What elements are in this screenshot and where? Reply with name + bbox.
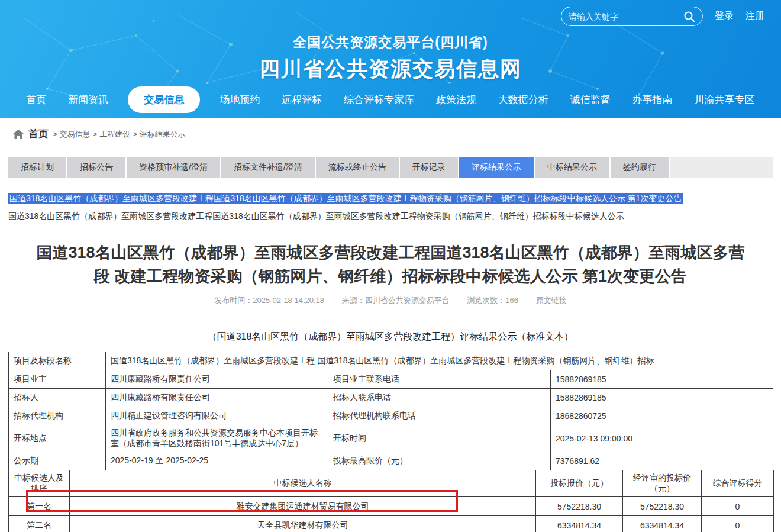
row-value: 四川康藏路桥有限责任公司 xyxy=(106,389,328,407)
row-label: 招标人 xyxy=(9,389,106,407)
nav-item-expert-database[interactable]: 综合评标专家库 xyxy=(341,87,417,112)
row-label: 招标代理机构 xyxy=(9,407,106,425)
candidate-score: 0 xyxy=(702,516,774,532)
candidate-evaluated-price: 5752218.30 xyxy=(623,497,702,516)
page-title: 国道318名山区黑竹（成都界）至雨城区多营段改建工程国道318名山区黑竹（成都界… xyxy=(33,241,748,288)
list-item-selected[interactable]: 国道318名山区黑竹（成都界）至雨城区多营段改建工程国道318名山区黑竹（成都界… xyxy=(8,192,773,205)
publish-time: 发布时间：2025-02-18 14:20:18 xyxy=(214,296,324,305)
list-item-selected-text[interactable]: 国道318名山区黑竹（成都界）至雨城区多营段改建工程国道318名山区黑竹（成都界… xyxy=(8,193,683,204)
row-label: 投标最高限价（元） xyxy=(328,452,551,470)
nav-item-service-guide[interactable]: 办事指南 xyxy=(630,87,675,112)
table-row: 招标人 四川康藏路桥有限责任公司 招标人联系电话 15882869185 xyxy=(9,389,773,407)
candidate-bid-price: 6334814.34 xyxy=(536,516,623,532)
candidate-name: 天全县凯华建材有限公司 xyxy=(70,516,536,532)
category-tab-strip: 招标计划 招标公告 资格预审补遗/澄清 招标文件补遗/澄清 流标或终止公告 开标… xyxy=(8,157,773,178)
row-value: 2025-02-13 09:00:00 xyxy=(551,425,773,452)
row-value: 国道318名山区黑竹（成都界）至雨城区多营段改建工程 国道318名山区黑竹（成都… xyxy=(106,352,773,370)
row-label: 项目业主 xyxy=(9,370,106,389)
search-input[interactable] xyxy=(569,12,683,21)
tab-bid-opening-record[interactable]: 开标记录 xyxy=(400,157,458,178)
tab-bid-plan[interactable]: 招标计划 xyxy=(8,157,66,178)
row-value: 7376891.62 xyxy=(551,452,773,470)
row-value: 四川康藏路桥有限责任公司 xyxy=(106,370,328,389)
column-header-candidate-name: 中标候选人名称 xyxy=(70,470,536,497)
source: 来源：四川省公共资源交易平台 xyxy=(342,296,450,305)
table-row: 项目及标段名称 国道318名山区黑竹（成都界）至雨城区多营段改建工程 国道318… xyxy=(9,352,773,370)
project-info-table-wrap: 项目及标段名称 国道318名山区黑竹（成都界）至雨城区多营段改建工程 国道318… xyxy=(8,352,773,470)
candidate-score: 0 xyxy=(702,497,774,516)
article-meta: 发布时间：2025-02-18 14:20:18 来源：四川省公共资源交易平台 … xyxy=(0,295,781,306)
platform-title: 全国公共资源交易平台(四川省) xyxy=(0,33,781,51)
nav-item-chuanyu-zone[interactable]: 川渝共享专区 xyxy=(692,87,757,112)
table-row: 公示期 2025-02-19 至 2025-02-25 投标最高限价（元） 73… xyxy=(9,452,773,470)
column-header-score: 综合评标得分 xyxy=(702,470,774,497)
list-item[interactable]: 国道318名山区黑竹（成都界）至雨城区多营段改建工程国道318名山区黑竹（成都界… xyxy=(8,211,773,222)
candidate-bid-price: 5752218.30 xyxy=(536,497,623,516)
source-value: 四川省公共资源交易平台 xyxy=(365,296,450,305)
row-label: 招标代理机构联系电话 xyxy=(328,407,551,425)
tab-contract-performance[interactable]: 签约履行 xyxy=(611,157,669,178)
tab-award-result[interactable]: 中标结果公示 xyxy=(535,157,609,178)
breadcrumb-engineering[interactable]: 工程建设 xyxy=(99,129,130,140)
tab-failed-or-terminated[interactable]: 流标或终止公告 xyxy=(316,157,399,178)
candidate-rank: 第二名 xyxy=(9,516,70,532)
site-header: 登录 注册 全国公共资源交易平台(四川省) 四川省公共资源交易信息网 首页 新闻… xyxy=(0,0,781,118)
nav-item-venue-booking[interactable]: 场地预约 xyxy=(217,87,262,112)
publish-time-label: 发布时间： xyxy=(214,296,253,305)
row-value: 18682860725 xyxy=(551,407,773,425)
tab-bid-document-addendum[interactable]: 招标文件补遗/澄清 xyxy=(221,157,315,178)
nav-item-home[interactable]: 首页 xyxy=(24,87,49,112)
breadcrumb-separator: > xyxy=(53,130,57,138)
search-box[interactable] xyxy=(561,7,703,26)
document-subtitle: （国道318名山区黑竹（成都界）至雨城区多营段改建工程）评标结果公示（标准文本） xyxy=(0,331,781,343)
breadcrumb: 首页 > 交易信息 > 工程建设 > 评标结果公示 xyxy=(0,118,781,149)
row-value: 15882869185 xyxy=(551,389,773,407)
home-icon[interactable] xyxy=(13,130,24,139)
candidate-row-first: 第一名 雅安交建集团运通建材贸易有限公司 5752218.30 5752218.… xyxy=(9,497,774,516)
candidates-table: 中标候选人及排序 中标候选人名称 投标报价（元） 经评审的投标价（元） 综合评标… xyxy=(8,470,774,532)
nav-item-trade-info[interactable]: 交易信息 xyxy=(128,86,200,113)
breadcrumb-evaluation-result[interactable]: 评标结果公示 xyxy=(140,129,186,140)
table-row: 项目业主 四川康藏路桥有限责任公司 项目业主联系电话 15882869185 xyxy=(9,370,773,389)
row-label: 项目业主联系电话 xyxy=(328,370,551,389)
site-title: 四川省公共资源交易信息网 xyxy=(0,55,781,83)
tab-bid-announcement[interactable]: 招标公告 xyxy=(67,157,125,178)
view-count: 浏览次数：166 xyxy=(467,296,518,305)
breadcrumb-separator: > xyxy=(133,130,137,138)
login-link[interactable]: 登录 xyxy=(715,10,734,22)
breadcrumb-separator: > xyxy=(93,130,98,138)
row-label: 开标时间 xyxy=(328,425,551,452)
row-label: 招标人联系电话 xyxy=(328,389,551,407)
nav-item-remote-evaluation[interactable]: 远程评标 xyxy=(279,87,324,112)
original-link[interactable]: 原文链接 xyxy=(536,296,567,305)
breadcrumb-trade-info[interactable]: 交易信息 xyxy=(60,129,91,140)
nav-item-integrity[interactable]: 诚信监督 xyxy=(568,87,613,112)
table-row: 开标地点 四川省政府政务服务和公共资源交易服务中心本项目开标室（成都市青羊区鼓楼… xyxy=(9,425,773,452)
source-label: 来源： xyxy=(342,296,365,305)
candidate-rank: 第一名 xyxy=(9,497,70,516)
publish-time-value: 2025-02-18 14:20:18 xyxy=(253,296,324,305)
nav-item-news[interactable]: 新闻资讯 xyxy=(66,87,111,112)
project-info-table: 项目及标段名称 国道318名山区黑竹（成都界）至雨城区多营段改建工程 国道318… xyxy=(8,352,773,470)
nav-item-policies[interactable]: 政策法规 xyxy=(434,87,479,112)
register-link[interactable]: 注册 xyxy=(746,10,764,22)
nav-item-big-data[interactable]: 大数据分析 xyxy=(496,87,551,112)
view-count-value: 166 xyxy=(505,296,518,305)
breadcrumb-home[interactable]: 首页 xyxy=(28,127,49,141)
search-icon[interactable] xyxy=(683,11,695,22)
candidate-evaluated-price: 6334814.34 xyxy=(623,516,702,532)
candidate-name: 雅安交建集团运通建材贸易有限公司 xyxy=(70,497,536,516)
candidates-header-row: 中标候选人及排序 中标候选人名称 投标报价（元） 经评审的投标价（元） 综合评标… xyxy=(9,470,774,497)
column-header-bid-price: 投标报价（元） xyxy=(536,470,623,497)
tab-prequalification-addendum[interactable]: 资格预审补遗/澄清 xyxy=(127,157,220,178)
row-value: 四川精正建设管理咨询有限公司 xyxy=(106,407,328,425)
column-header-evaluated-price: 经评审的投标价（元） xyxy=(623,470,702,497)
tab-evaluation-result[interactable]: 评标结果公示 xyxy=(459,157,534,178)
main-nav: 首页 新闻资讯 交易信息 场地预约 远程评标 综合评标专家库 政策法规 大数据分… xyxy=(0,86,781,113)
tab-strip-filler xyxy=(670,157,773,178)
candidates-table-wrap: 中标候选人及排序 中标候选人名称 投标报价（元） 经评审的投标价（元） 综合评标… xyxy=(8,470,773,532)
row-label: 项目及标段名称 xyxy=(9,352,106,370)
row-value: 2025-02-19 至 2025-02-25 xyxy=(106,452,328,470)
row-label: 开标地点 xyxy=(9,425,106,452)
table-row: 招标代理机构 四川精正建设管理咨询有限公司 招标代理机构联系电话 1868286… xyxy=(9,407,773,425)
